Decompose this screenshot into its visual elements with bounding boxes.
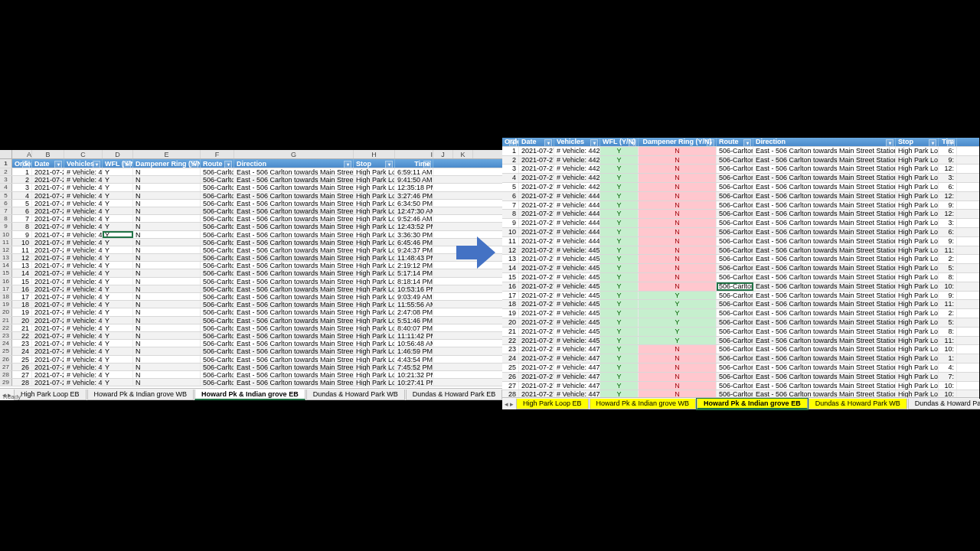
- cell-order[interactable]: 17: [12, 293, 32, 300]
- cell-stop[interactable]: High Park Loop: [354, 176, 395, 183]
- table-row[interactable]: 212021-07-27# Vehicle: 4456YY506-Carlton…: [502, 328, 979, 337]
- cell-order[interactable]: 2: [12, 176, 32, 183]
- cell-wfl[interactable]: Y: [103, 184, 133, 191]
- cell-wfl[interactable]: Y: [103, 269, 133, 276]
- sheet-tab[interactable]: Dundas & Howard Park WB: [306, 390, 405, 400]
- cell-route[interactable]: 506-Carlton: [717, 309, 753, 318]
- cell-route[interactable]: 506-Carlton: [201, 269, 234, 276]
- cell-direction[interactable]: East - 506 Carlton towards Main Street S…: [753, 309, 896, 318]
- cell-direction[interactable]: East - 506 Carlton towards Main Street S…: [753, 345, 896, 354]
- tab-nav-buttons[interactable]: ◂ ▸: [502, 400, 516, 408]
- cell-route[interactable]: 506-Carlton: [201, 223, 234, 230]
- cell-dampener[interactable]: N: [639, 219, 717, 227]
- cell-dampener[interactable]: N: [133, 278, 201, 285]
- cell-route[interactable]: 506-Carlton: [201, 231, 234, 238]
- cell-wfl[interactable]: Y: [600, 282, 639, 291]
- cell-date[interactable]: 2021-07-27: [519, 174, 554, 182]
- cell-direction[interactable]: East - 506 Carlton towards Main Street S…: [753, 228, 896, 236]
- table-row[interactable]: 122021-07-27# Vehicle: 4455YN506-Carlton…: [502, 246, 979, 256]
- cell-direction[interactable]: East - 506 Carlton towards Main Street S…: [234, 262, 354, 269]
- cell-order[interactable]: 5: [12, 200, 32, 207]
- cell-dampener[interactable]: Y: [639, 337, 717, 345]
- cell-dampener[interactable]: N: [133, 285, 201, 292]
- cell-stop[interactable]: High Park Loop: [896, 345, 939, 354]
- table-row[interactable]: 26252021-07-27# Vehicle: 4474YN506-Carlt…: [0, 356, 502, 364]
- cell-route[interactable]: 506-Carlton: [201, 317, 234, 324]
- cell-wfl[interactable]: Y: [600, 174, 639, 182]
- cell-dampener[interactable]: N: [133, 262, 201, 269]
- cell-time[interactable]: 12:43:52 PM: [395, 223, 433, 230]
- cell-dampener[interactable]: N: [133, 347, 201, 354]
- cell-stop[interactable]: High Park Loop: [896, 292, 939, 300]
- cell-dampener[interactable]: N: [639, 246, 717, 255]
- header-wfl[interactable]: WFL (Y/N): [103, 159, 133, 168]
- table-row[interactable]: 132021-07-27# Vehicle: 4455YN506-Carlton…: [502, 255, 979, 264]
- cell-stop[interactable]: High Park Loop: [896, 337, 939, 345]
- cell-dampener[interactable]: N: [639, 255, 717, 263]
- table-row[interactable]: 262021-07-27# Vehicle: 4474YN506-Carlton…: [502, 373, 979, 382]
- cell-stop[interactable]: High Park Loop: [354, 207, 395, 214]
- row-number[interactable]: 22: [0, 324, 12, 331]
- row-number[interactable]: 15: [0, 269, 12, 276]
- table-row[interactable]: 14132021-07-27# Vehicle: 4455YN506-Carlt…: [0, 262, 502, 269]
- cell-order[interactable]: 11: [12, 246, 32, 253]
- cell-date[interactable]: 2021-07-27: [32, 200, 64, 207]
- cell-wfl[interactable]: Y: [103, 262, 133, 269]
- cell-stop[interactable]: High Park Loop: [896, 210, 939, 218]
- cell-time[interactable]: 12:35:18 PM: [395, 184, 433, 191]
- cell-stop[interactable]: High Park Loop: [896, 328, 939, 336]
- cell-date[interactable]: 2021-07-27: [32, 246, 64, 253]
- cell-dampener[interactable]: N: [639, 273, 717, 282]
- cell-date[interactable]: 2021-07-27: [519, 210, 554, 218]
- cell-time[interactable]: 6:45:46 PM: [395, 239, 433, 246]
- table-row[interactable]: 1092021-07-27# Vehicle: 4446YN506-Carlto…: [0, 231, 502, 239]
- cell-dampener[interactable]: N: [133, 207, 201, 214]
- cell-stop[interactable]: High Park Loop: [354, 239, 395, 246]
- cell-order[interactable]: 14: [502, 264, 519, 272]
- cell-dampener[interactable]: N: [133, 215, 201, 222]
- cell-date[interactable]: 2021-07-27: [32, 301, 64, 308]
- row-number[interactable]: 18: [0, 293, 12, 300]
- cell-route[interactable]: 506-Carlton: [717, 318, 753, 327]
- header-order[interactable]: Order: [502, 138, 519, 146]
- table-row[interactable]: 762021-07-27# Vehicle: 4446YN506-Carlton…: [0, 207, 502, 215]
- cell-date[interactable]: 2021-07-27: [519, 228, 554, 236]
- cell-stop[interactable]: High Park Loop: [354, 371, 395, 378]
- cell-date[interactable]: 2021-07-27: [32, 324, 64, 331]
- cell-time[interactable]: 10:: [939, 382, 957, 390]
- cell-vehicle[interactable]: # Vehicle: 4425: [554, 174, 600, 182]
- cell-order[interactable]: 7: [502, 201, 519, 210]
- cell-wfl[interactable]: Y: [600, 237, 639, 246]
- cell-route[interactable]: 506-Carlton: [717, 292, 753, 300]
- cell-direction[interactable]: East - 506 Carlton towards Main Street S…: [753, 273, 896, 282]
- cell-time[interactable]: 7:45:52 PM: [395, 364, 433, 370]
- cell-route[interactable]: 506-Carlton: [201, 347, 234, 354]
- cell-route[interactable]: 506-Carlton: [201, 278, 234, 285]
- cell-dampener[interactable]: N: [639, 174, 717, 182]
- cell-dampener[interactable]: N: [639, 364, 717, 372]
- cell-order[interactable]: 6: [12, 207, 32, 214]
- table-row[interactable]: 142021-07-27# Vehicle: 4455YN506-Carlton…: [502, 264, 979, 273]
- cell-direction[interactable]: East - 506 Carlton towards Main Street S…: [234, 379, 354, 386]
- cell-order[interactable]: 2: [502, 156, 519, 165]
- cell-stop[interactable]: High Park Loop: [896, 364, 939, 372]
- table-row[interactable]: 25242021-07-27# Vehicle: 4474YN506-Carlt…: [0, 347, 502, 355]
- row-number[interactable]: 14: [0, 262, 12, 269]
- cell-wfl[interactable]: Y: [600, 192, 639, 201]
- cell-vehicle[interactable]: # Vehicle: 4455: [554, 273, 600, 282]
- cell-vehicle[interactable]: # Vehicle: 4455: [554, 264, 600, 272]
- cell-route[interactable]: 506-Carlton: [201, 379, 234, 386]
- cell-stop[interactable]: High Park Loop: [896, 318, 939, 327]
- cell-order[interactable]: 5: [502, 183, 519, 191]
- cell-stop[interactable]: High Park Loop: [354, 317, 395, 324]
- header-vehicles[interactable]: Vehicles: [554, 138, 600, 146]
- cell-route[interactable]: 506-Carlton: [717, 354, 753, 363]
- row-number[interactable]: 20: [0, 308, 12, 315]
- cell-route[interactable]: 506-Carlton: [201, 324, 234, 331]
- cell-order[interactable]: 10: [12, 239, 32, 246]
- cell-vehicle[interactable]: # Vehicle: 4474: [554, 345, 600, 354]
- cell-direction[interactable]: East - 506 Carlton towards Main Street S…: [234, 364, 354, 370]
- cell-wfl[interactable]: Y: [103, 364, 133, 370]
- cell-route[interactable]: 506-Carlton: [201, 293, 234, 300]
- cell-date[interactable]: 2021-07-27: [519, 354, 554, 363]
